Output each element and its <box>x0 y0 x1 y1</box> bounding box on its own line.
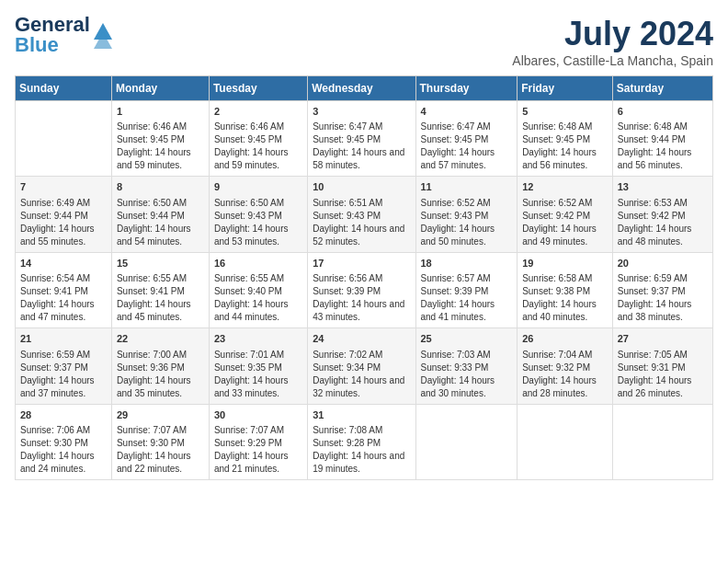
header-saturday: Saturday <box>612 76 712 101</box>
sunrise-text: Sunrise: 6:48 AM <box>618 121 708 133</box>
sunset-text: Sunset: 9:28 PM <box>313 437 410 450</box>
sunset-text: Sunset: 9:45 PM <box>313 133 410 146</box>
header-sunday: Sunday <box>16 76 112 101</box>
calendar-cell: 23Sunrise: 7:01 AMSunset: 9:35 PMDayligh… <box>209 328 307 404</box>
sunrise-text: Sunrise: 6:46 AM <box>117 121 204 133</box>
daylight-text: Daylight: 14 hours and 41 minutes. <box>421 298 513 324</box>
calendar-cell: 15Sunrise: 6:55 AMSunset: 9:41 PMDayligh… <box>111 252 209 327</box>
calendar-cell: 16Sunrise: 6:55 AMSunset: 9:40 PMDayligh… <box>209 252 307 327</box>
sunset-text: Sunset: 9:37 PM <box>20 362 107 374</box>
sunrise-text: Sunrise: 6:49 AM <box>20 197 107 210</box>
logo-text: GeneralBlue <box>15 15 90 55</box>
sunset-text: Sunset: 9:38 PM <box>522 285 608 298</box>
sunrise-text: Sunrise: 6:59 AM <box>618 272 708 285</box>
calendar-cell: 26Sunrise: 7:04 AMSunset: 9:32 PMDayligh… <box>518 328 613 404</box>
day-number: 16 <box>214 257 302 270</box>
day-number: 22 <box>117 332 204 346</box>
calendar-cell: 21Sunrise: 6:59 AMSunset: 9:37 PMDayligh… <box>16 328 112 404</box>
sunrise-text: Sunrise: 6:46 AM <box>214 121 302 133</box>
daylight-text: Daylight: 14 hours and 57 minutes. <box>421 146 513 172</box>
calendar-cell: 25Sunrise: 7:03 AMSunset: 9:33 PMDayligh… <box>415 328 518 404</box>
day-number: 21 <box>20 332 107 346</box>
daylight-text: Daylight: 14 hours and 22 minutes. <box>117 450 204 476</box>
day-number: 10 <box>313 180 410 194</box>
sunrise-text: Sunrise: 6:50 AM <box>214 197 302 210</box>
day-number: 24 <box>313 332 410 346</box>
calendar-cell: 18Sunrise: 6:57 AMSunset: 9:39 PMDayligh… <box>415 252 518 327</box>
sunrise-text: Sunrise: 6:55 AM <box>214 272 302 285</box>
day-number: 13 <box>618 180 708 194</box>
sunset-text: Sunset: 9:44 PM <box>117 210 204 223</box>
daylight-text: Daylight: 14 hours and 30 minutes. <box>421 374 513 400</box>
day-number: 17 <box>313 257 410 270</box>
day-number: 5 <box>522 105 608 119</box>
daylight-text: Daylight: 14 hours and 35 minutes. <box>117 374 204 400</box>
calendar-cell: 9Sunrise: 6:50 AMSunset: 9:43 PMDaylight… <box>209 177 307 252</box>
day-number: 9 <box>214 180 302 194</box>
daylight-text: Daylight: 14 hours and 26 minutes. <box>618 374 708 400</box>
calendar-header-row: Sunday Monday Tuesday Wednesday Thursday… <box>16 76 713 101</box>
sunrise-text: Sunrise: 7:06 AM <box>20 424 107 437</box>
day-number: 27 <box>618 332 708 346</box>
sunset-text: Sunset: 9:42 PM <box>618 210 708 223</box>
sunset-text: Sunset: 9:33 PM <box>421 362 513 374</box>
sunset-text: Sunset: 9:44 PM <box>618 133 708 146</box>
day-number: 12 <box>522 180 608 194</box>
calendar-cell: 6Sunrise: 6:48 AMSunset: 9:44 PMDaylight… <box>612 101 712 177</box>
calendar-cell: 29Sunrise: 7:07 AMSunset: 9:30 PMDayligh… <box>111 404 209 479</box>
day-number: 3 <box>313 105 410 119</box>
day-number: 2 <box>214 105 302 119</box>
header-friday: Friday <box>518 76 613 101</box>
day-number: 19 <box>522 257 608 270</box>
day-number: 4 <box>421 105 513 119</box>
sunset-text: Sunset: 9:40 PM <box>214 285 302 298</box>
sunrise-text: Sunrise: 7:02 AM <box>313 349 410 362</box>
sunset-text: Sunset: 9:43 PM <box>313 210 410 223</box>
daylight-text: Daylight: 14 hours and 50 minutes. <box>421 223 513 248</box>
calendar-week-3: 14Sunrise: 6:54 AMSunset: 9:41 PMDayligh… <box>16 252 713 327</box>
calendar-cell: 13Sunrise: 6:53 AMSunset: 9:42 PMDayligh… <box>612 177 712 252</box>
calendar-cell: 31Sunrise: 7:08 AMSunset: 9:28 PMDayligh… <box>308 404 415 479</box>
sunrise-text: Sunrise: 6:47 AM <box>313 121 410 133</box>
calendar-cell <box>612 404 712 479</box>
calendar-cell <box>518 404 613 479</box>
sunset-text: Sunset: 9:45 PM <box>522 133 608 146</box>
daylight-text: Daylight: 14 hours and 24 minutes. <box>20 450 107 476</box>
daylight-text: Daylight: 14 hours and 59 minutes. <box>214 146 302 172</box>
calendar-cell: 8Sunrise: 6:50 AMSunset: 9:44 PMDaylight… <box>111 177 209 252</box>
sunset-text: Sunset: 9:45 PM <box>421 133 513 146</box>
daylight-text: Daylight: 14 hours and 40 minutes. <box>522 298 608 324</box>
sunrise-text: Sunrise: 7:07 AM <box>117 424 204 437</box>
day-number: 26 <box>522 332 608 346</box>
sunset-text: Sunset: 9:32 PM <box>522 362 608 374</box>
sunset-text: Sunset: 9:45 PM <box>214 133 302 146</box>
header-wednesday: Wednesday <box>308 76 415 101</box>
sunset-text: Sunset: 9:43 PM <box>421 210 513 223</box>
daylight-text: Daylight: 14 hours and 33 minutes. <box>214 374 302 400</box>
logo-arrow-icon <box>92 21 114 49</box>
day-number: 15 <box>117 257 204 270</box>
header-monday: Monday <box>111 76 209 101</box>
sunset-text: Sunset: 9:29 PM <box>214 437 302 450</box>
daylight-text: Daylight: 14 hours and 59 minutes. <box>117 146 204 172</box>
day-number: 6 <box>618 105 708 119</box>
daylight-text: Daylight: 14 hours and 28 minutes. <box>522 374 608 400</box>
calendar-cell: 1Sunrise: 6:46 AMSunset: 9:45 PMDaylight… <box>111 101 209 177</box>
calendar-cell: 24Sunrise: 7:02 AMSunset: 9:34 PMDayligh… <box>308 328 415 404</box>
sunset-text: Sunset: 9:41 PM <box>117 285 204 298</box>
day-number: 23 <box>214 332 302 346</box>
sunrise-text: Sunrise: 6:58 AM <box>522 272 608 285</box>
sunset-text: Sunset: 9:43 PM <box>214 210 302 223</box>
daylight-text: Daylight: 14 hours and 38 minutes. <box>618 298 708 324</box>
sunset-text: Sunset: 9:37 PM <box>618 285 708 298</box>
sunrise-text: Sunrise: 6:47 AM <box>421 121 513 133</box>
calendar-cell: 19Sunrise: 6:58 AMSunset: 9:38 PMDayligh… <box>518 252 613 327</box>
title-section: July 2024 Albares, Castille-La Mancha, S… <box>512 15 713 68</box>
calendar-cell: 17Sunrise: 6:56 AMSunset: 9:39 PMDayligh… <box>308 252 415 327</box>
logo: GeneralBlue <box>15 15 114 55</box>
sunrise-text: Sunrise: 6:52 AM <box>421 197 513 210</box>
calendar-cell: 27Sunrise: 7:05 AMSunset: 9:31 PMDayligh… <box>612 328 712 404</box>
sunrise-text: Sunrise: 6:54 AM <box>20 272 107 285</box>
daylight-text: Daylight: 14 hours and 47 minutes. <box>20 298 107 324</box>
sunset-text: Sunset: 9:39 PM <box>313 285 410 298</box>
